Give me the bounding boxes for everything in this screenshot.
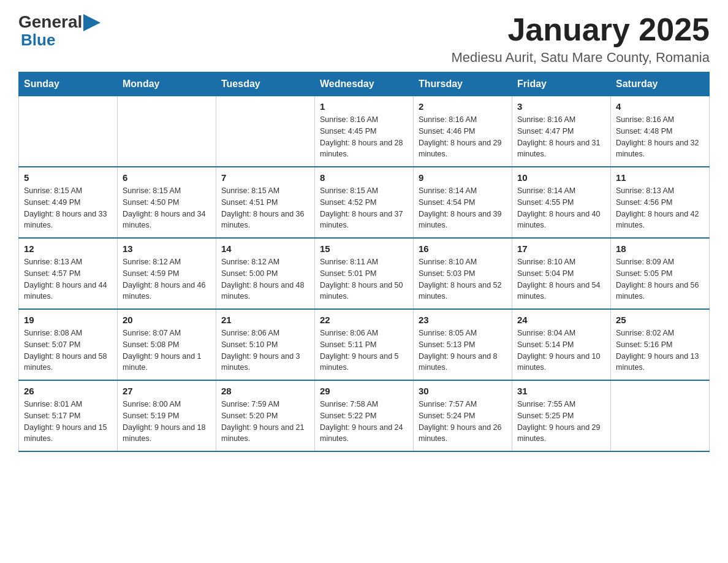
logo: General Blue (18, 12, 100, 48)
calendar-cell (216, 96, 315, 167)
calendar-cell: 23Sunrise: 8:05 AMSunset: 5:13 PMDayligh… (414, 309, 512, 380)
svg-marker-0 (83, 14, 100, 31)
day-info: Sunrise: 8:14 AMSunset: 4:54 PMDaylight:… (419, 185, 507, 231)
day-info: Sunrise: 8:13 AMSunset: 4:56 PMDaylight:… (616, 185, 704, 231)
calendar-cell: 28Sunrise: 7:59 AMSunset: 5:20 PMDayligh… (216, 380, 315, 451)
day-number: 30 (419, 386, 507, 396)
day-number: 24 (517, 315, 605, 325)
day-info: Sunrise: 8:05 AMSunset: 5:13 PMDaylight:… (419, 327, 507, 373)
day-number: 10 (517, 172, 605, 183)
calendar-cell: 9Sunrise: 8:14 AMSunset: 4:54 PMDaylight… (414, 167, 512, 238)
calendar-week-row: 12Sunrise: 8:13 AMSunset: 4:57 PMDayligh… (19, 238, 710, 309)
calendar-cell: 21Sunrise: 8:06 AMSunset: 5:10 PMDayligh… (216, 309, 315, 380)
day-info: Sunrise: 7:57 AMSunset: 5:24 PMDaylight:… (419, 399, 507, 445)
title-block: January 2025 Mediesu Aurit, Satu Mare Co… (452, 12, 710, 66)
weekday-header-tuesday: Tuesday (216, 72, 315, 96)
day-info: Sunrise: 8:08 AMSunset: 5:07 PMDaylight:… (24, 327, 112, 373)
day-info: Sunrise: 8:06 AMSunset: 5:11 PMDaylight:… (320, 327, 408, 373)
day-number: 25 (616, 315, 704, 325)
day-number: 1 (320, 101, 408, 112)
day-number: 11 (616, 172, 704, 183)
calendar-cell: 17Sunrise: 8:10 AMSunset: 5:04 PMDayligh… (512, 238, 611, 309)
day-number: 16 (419, 243, 507, 254)
calendar-subtitle: Mediesu Aurit, Satu Mare County, Romania (452, 50, 710, 66)
day-info: Sunrise: 8:14 AMSunset: 4:55 PMDaylight:… (517, 185, 605, 231)
day-number: 7 (221, 172, 309, 183)
calendar-cell: 18Sunrise: 8:09 AMSunset: 5:05 PMDayligh… (611, 238, 710, 309)
day-info: Sunrise: 7:58 AMSunset: 5:22 PMDaylight:… (320, 399, 408, 445)
day-number: 18 (616, 243, 704, 254)
calendar-week-row: 19Sunrise: 8:08 AMSunset: 5:07 PMDayligh… (19, 309, 710, 380)
calendar-cell: 5Sunrise: 8:15 AMSunset: 4:49 PMDaylight… (19, 167, 118, 238)
calendar-cell (611, 380, 710, 451)
calendar-cell: 24Sunrise: 8:04 AMSunset: 5:14 PMDayligh… (512, 309, 611, 380)
day-info: Sunrise: 8:16 AMSunset: 4:47 PMDaylight:… (517, 114, 605, 160)
calendar-header: SundayMondayTuesdayWednesdayThursdayFrid… (19, 72, 710, 96)
logo-general-text: General (18, 12, 82, 32)
calendar-cell (19, 96, 118, 167)
day-info: Sunrise: 8:00 AMSunset: 5:19 PMDaylight:… (123, 399, 211, 445)
calendar-cell: 22Sunrise: 8:06 AMSunset: 5:11 PMDayligh… (315, 309, 414, 380)
day-info: Sunrise: 8:15 AMSunset: 4:51 PMDaylight:… (221, 185, 309, 231)
day-info: Sunrise: 8:15 AMSunset: 4:50 PMDaylight:… (123, 185, 211, 231)
weekday-header-saturday: Saturday (611, 72, 710, 96)
calendar-cell (118, 96, 216, 167)
day-number: 15 (320, 243, 408, 254)
day-number: 21 (221, 315, 309, 325)
calendar-cell: 27Sunrise: 8:00 AMSunset: 5:19 PMDayligh… (118, 380, 216, 451)
calendar-week-row: 1Sunrise: 8:16 AMSunset: 4:45 PMDaylight… (19, 96, 710, 167)
day-number: 5 (24, 172, 112, 183)
day-number: 8 (320, 172, 408, 183)
day-number: 28 (221, 386, 309, 396)
day-info: Sunrise: 8:10 AMSunset: 5:04 PMDaylight:… (517, 256, 605, 302)
day-number: 3 (517, 101, 605, 112)
calendar-title: January 2025 (452, 12, 710, 47)
calendar-cell: 16Sunrise: 8:10 AMSunset: 5:03 PMDayligh… (414, 238, 512, 309)
weekday-header-thursday: Thursday (414, 72, 512, 96)
day-number: 20 (123, 315, 211, 325)
day-info: Sunrise: 8:07 AMSunset: 5:08 PMDaylight:… (123, 327, 211, 373)
logo-arrow-icon (83, 14, 100, 31)
calendar-cell: 7Sunrise: 8:15 AMSunset: 4:51 PMDaylight… (216, 167, 315, 238)
day-number: 4 (616, 101, 704, 112)
calendar-cell: 13Sunrise: 8:12 AMSunset: 4:59 PMDayligh… (118, 238, 216, 309)
calendar-cell: 10Sunrise: 8:14 AMSunset: 4:55 PMDayligh… (512, 167, 611, 238)
calendar-cell: 19Sunrise: 8:08 AMSunset: 5:07 PMDayligh… (19, 309, 118, 380)
weekday-header-sunday: Sunday (19, 72, 118, 96)
day-number: 27 (123, 386, 211, 396)
day-info: Sunrise: 7:59 AMSunset: 5:20 PMDaylight:… (221, 399, 309, 445)
logo-blue-text: Blue (21, 32, 55, 48)
calendar-cell: 3Sunrise: 8:16 AMSunset: 4:47 PMDaylight… (512, 96, 611, 167)
calendar-body: 1Sunrise: 8:16 AMSunset: 4:45 PMDaylight… (19, 96, 710, 452)
day-number: 2 (419, 101, 507, 112)
day-number: 26 (24, 386, 112, 396)
day-number: 31 (517, 386, 605, 396)
calendar-cell: 25Sunrise: 8:02 AMSunset: 5:16 PMDayligh… (611, 309, 710, 380)
day-number: 29 (320, 386, 408, 396)
calendar-cell: 1Sunrise: 8:16 AMSunset: 4:45 PMDaylight… (315, 96, 414, 167)
calendar-cell: 11Sunrise: 8:13 AMSunset: 4:56 PMDayligh… (611, 167, 710, 238)
day-number: 14 (221, 243, 309, 254)
calendar-week-row: 26Sunrise: 8:01 AMSunset: 5:17 PMDayligh… (19, 380, 710, 451)
day-number: 12 (24, 243, 112, 254)
calendar-table: SundayMondayTuesdayWednesdayThursdayFrid… (18, 72, 710, 452)
day-number: 6 (123, 172, 211, 183)
calendar-cell: 15Sunrise: 8:11 AMSunset: 5:01 PMDayligh… (315, 238, 414, 309)
day-info: Sunrise: 7:55 AMSunset: 5:25 PMDaylight:… (517, 399, 605, 445)
calendar-cell: 31Sunrise: 7:55 AMSunset: 5:25 PMDayligh… (512, 380, 611, 451)
weekday-row: SundayMondayTuesdayWednesdayThursdayFrid… (19, 72, 710, 96)
day-info: Sunrise: 8:02 AMSunset: 5:16 PMDaylight:… (616, 327, 704, 373)
day-info: Sunrise: 8:16 AMSunset: 4:46 PMDaylight:… (419, 114, 507, 160)
calendar-cell: 14Sunrise: 8:12 AMSunset: 5:00 PMDayligh… (216, 238, 315, 309)
day-number: 17 (517, 243, 605, 254)
day-info: Sunrise: 8:15 AMSunset: 4:49 PMDaylight:… (24, 185, 112, 231)
calendar-week-row: 5Sunrise: 8:15 AMSunset: 4:49 PMDaylight… (19, 167, 710, 238)
calendar-cell: 29Sunrise: 7:58 AMSunset: 5:22 PMDayligh… (315, 380, 414, 451)
day-number: 9 (419, 172, 507, 183)
day-info: Sunrise: 8:12 AMSunset: 4:59 PMDaylight:… (123, 256, 211, 302)
page-header: General Blue January 2025 Mediesu Aurit,… (18, 12, 710, 66)
day-info: Sunrise: 8:09 AMSunset: 5:05 PMDaylight:… (616, 256, 704, 302)
calendar-cell: 8Sunrise: 8:15 AMSunset: 4:52 PMDaylight… (315, 167, 414, 238)
weekday-header-wednesday: Wednesday (315, 72, 414, 96)
weekday-header-friday: Friday (512, 72, 611, 96)
